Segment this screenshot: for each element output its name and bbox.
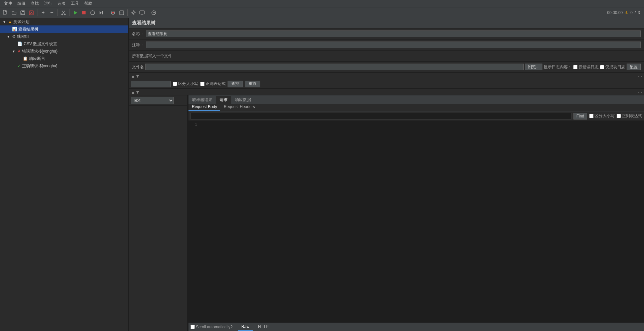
close-button[interactable] xyxy=(27,9,35,17)
sub-tab-request-body[interactable]: Request Body xyxy=(188,103,220,111)
help-button[interactable]: ? xyxy=(150,9,158,17)
config-button[interactable]: 配置 xyxy=(627,64,641,70)
tree-item-csv-setup[interactable]: 📄 CSV 数据文件设置 xyxy=(0,40,128,48)
results-regex-label[interactable]: 正则表达式 xyxy=(617,113,642,119)
menu-edit[interactable]: 编辑 xyxy=(15,0,28,7)
error-log-checkbox[interactable] xyxy=(573,65,577,69)
sub-tab-headers-label: Request Headers xyxy=(224,104,255,109)
scroll-auto-checkbox[interactable] xyxy=(190,325,195,329)
sampler-panel: Text RegExp Tester XPath Tester JSON Pat… xyxy=(129,95,187,331)
time-display: 00:00:00 xyxy=(607,10,623,15)
label-error-req: 错误请求-${yonghu} xyxy=(22,49,57,54)
run-button[interactable] xyxy=(71,9,79,17)
tree-item-test-plan[interactable]: ▼ ▲ 测试计划 xyxy=(0,18,128,25)
sep3 xyxy=(69,9,70,16)
sep5 xyxy=(127,9,128,16)
svg-rect-16 xyxy=(140,11,144,14)
monitor-button[interactable] xyxy=(138,9,146,17)
sub-tab-body-label: Request Body xyxy=(192,104,217,109)
menu-file[interactable]: 文件 xyxy=(1,0,15,7)
record-button[interactable] xyxy=(109,9,117,17)
remove-button[interactable]: − xyxy=(48,9,56,17)
content-area: Text RegExp Tester XPath Tester JSON Pat… xyxy=(129,95,644,331)
more-icon-1[interactable]: ··· xyxy=(638,73,642,79)
regex-checkbox[interactable] xyxy=(200,82,205,86)
search-input-main[interactable] xyxy=(131,81,171,87)
add-button[interactable]: + xyxy=(39,9,47,17)
expand-icon-2[interactable]: ▲▼ xyxy=(131,89,140,95)
toolbar-right: 00:00:00 ⚠ 0 / 3 xyxy=(607,10,643,15)
menu-tools[interactable]: 工具 xyxy=(68,0,82,7)
results-case-label[interactable]: 区分大小写 xyxy=(589,113,615,119)
results-search-input[interactable] xyxy=(190,113,571,119)
svg-text:?: ? xyxy=(153,11,155,15)
template-button[interactable] xyxy=(118,9,126,17)
reset-btn-main[interactable]: 重置 xyxy=(245,81,260,87)
error-count: 0 xyxy=(630,10,633,15)
success-log-label[interactable]: 仅成功日志 xyxy=(600,64,625,70)
all-data-section: 所有数据写入一个文件 xyxy=(129,51,644,62)
error-log-label[interactable]: 仅错误日志 xyxy=(573,64,599,70)
results-case-text: 区分大小写 xyxy=(595,113,615,119)
cut-button[interactable] xyxy=(59,9,68,17)
format-select[interactable]: Text RegExp Tester XPath Tester JSON Pat… xyxy=(131,97,174,104)
menu-run[interactable]: 运行 xyxy=(41,0,55,7)
tab-response-data[interactable]: 响应数据 xyxy=(231,96,255,104)
comment-input[interactable] xyxy=(146,42,641,48)
menu-options[interactable]: 选项 xyxy=(55,0,68,7)
arrow-error-req: ▼ xyxy=(12,50,16,53)
log-label: 显示日志内容： xyxy=(544,64,572,70)
scroll-auto-label[interactable]: Scroll automatically? xyxy=(190,325,233,329)
code-content[interactable] xyxy=(199,121,644,322)
settings-button[interactable] xyxy=(129,9,137,17)
bottom-tab-raw[interactable]: Raw xyxy=(238,323,253,331)
resume-button[interactable] xyxy=(97,9,105,17)
expand-icon-1[interactable]: ▲▼ xyxy=(131,73,140,79)
find-btn-main[interactable]: 查找 xyxy=(228,81,243,87)
open-button[interactable] xyxy=(10,9,18,17)
case-sensitive-label[interactable]: 区分大小写 xyxy=(173,81,198,87)
tree-item-success-request[interactable]: ✓ 正确请求-${yonghu} xyxy=(0,62,128,70)
name-section: 名称： xyxy=(129,28,644,39)
results-search-bar: Find 区分大小写 正则表达式 xyxy=(188,111,644,121)
bottom-tab-raw-label: Raw xyxy=(241,324,249,329)
browse-button[interactable]: 浏览... xyxy=(525,64,542,70)
line-numbers: 1 xyxy=(188,121,199,322)
icon-error-req: ✗ xyxy=(17,49,21,54)
arrow-thread-group: ▼ xyxy=(7,35,11,38)
tree-item-view-results[interactable]: 📊 查看结果树 xyxy=(0,25,128,33)
main-layout: ▼ ▲ 测试计划 📊 查看结果树 ▼ ⚙ 线程组 📄 CSV 数据文件设置 ▼ … xyxy=(0,18,644,331)
total-count: 3 xyxy=(638,10,640,15)
count-separator: / xyxy=(635,10,636,15)
results-find-button[interactable]: Find xyxy=(573,113,587,119)
more-icon-2[interactable]: ··· xyxy=(638,89,642,95)
main-tabs-bar: 取样器结果 请求 响应数据 xyxy=(188,95,644,104)
tab-request[interactable]: 请求 xyxy=(216,96,231,104)
success-log-checkbox[interactable] xyxy=(600,65,604,69)
save-button[interactable] xyxy=(19,9,27,17)
menu-help[interactable]: 帮助 xyxy=(82,0,95,7)
tree-item-assert[interactable]: 📋 响应断言 xyxy=(0,55,128,62)
results-panel: 取样器结果 请求 响应数据 Request Body Request H xyxy=(188,95,644,331)
icon-thread-group: ⚙ xyxy=(12,34,16,39)
sub-tab-request-headers[interactable]: Request Headers xyxy=(220,103,258,111)
all-data-label: 所有数据写入一个文件 xyxy=(132,53,172,59)
menu-find[interactable]: 查找 xyxy=(28,0,41,7)
bottom-tab-http[interactable]: HTTP xyxy=(255,323,272,331)
name-input[interactable] xyxy=(146,30,641,37)
arrow-success-req xyxy=(12,64,16,68)
bottom-tab-http-label: HTTP xyxy=(258,324,268,329)
arrow-test-plan: ▼ xyxy=(3,20,7,24)
file-input[interactable] xyxy=(145,64,524,70)
results-case-checkbox[interactable] xyxy=(589,114,594,118)
tab-sampler-results[interactable]: 取样器结果 xyxy=(188,96,216,104)
tree-item-error-request[interactable]: ▼ ✗ 错误请求-${yonghu} xyxy=(0,48,128,55)
tree-item-thread-group[interactable]: ▼ ⚙ 线程组 xyxy=(0,33,128,40)
clear-button[interactable] xyxy=(89,9,97,17)
stop-button[interactable] xyxy=(80,9,88,17)
case-sensitive-checkbox[interactable] xyxy=(173,82,177,86)
arrow-view-results xyxy=(7,27,11,31)
results-regex-checkbox[interactable] xyxy=(617,114,621,118)
new-button[interactable] xyxy=(1,9,9,17)
regex-label[interactable]: 正则表达式 xyxy=(200,81,226,87)
